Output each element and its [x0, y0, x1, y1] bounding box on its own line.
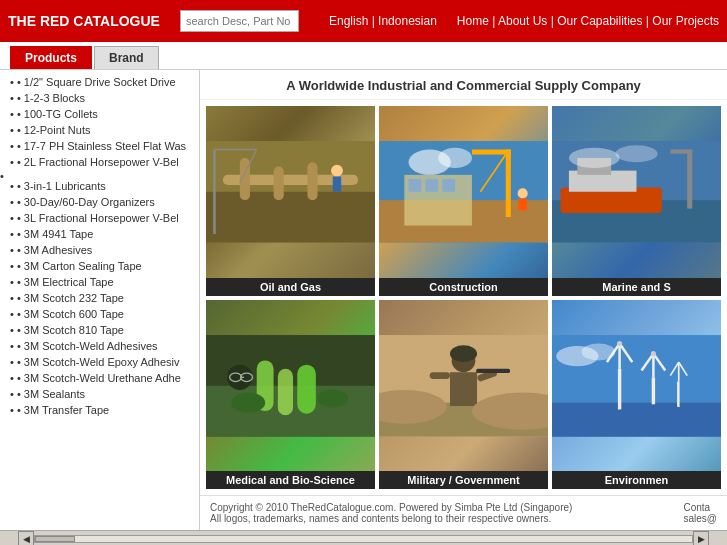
category-caption-5: Environmen [552, 471, 721, 489]
nav-capabilities[interactable]: Our Capabilities [557, 14, 642, 28]
svg-rect-48 [450, 372, 477, 406]
svg-point-38 [231, 392, 265, 412]
category-item-3[interactable]: Medical and Bio-Science [206, 300, 375, 490]
sidebar-item[interactable]: • 2L Fractional Horsepower V-Bel [0, 154, 199, 170]
sidebar-item[interactable]: • 1-2-3 Blocks [0, 90, 199, 106]
sidebar-item[interactable]: • 3M Scotch-Weld Urethane Adhe [0, 370, 199, 386]
sidebar-item[interactable]: • 3M Scotch 232 Tape [0, 290, 199, 306]
category-item-2[interactable]: Marine and S [552, 106, 721, 296]
content-area: A Worldwide Industrial and Commercial Su… [200, 70, 727, 530]
image-grid: Oil and Gas Construction [200, 100, 727, 495]
tab-bar: Products Brand [0, 42, 727, 70]
site-logo: THE RED CATALOGUE [8, 13, 160, 29]
svg-rect-37 [297, 364, 316, 413]
category-image-2 [552, 106, 721, 278]
nav-home[interactable]: Home [457, 14, 489, 28]
svg-point-71 [582, 343, 616, 360]
svg-point-65 [651, 351, 656, 356]
sidebar-item[interactable]: • 3L Fractional Horsepower V-Bel [0, 210, 199, 226]
svg-rect-7 [333, 177, 341, 192]
svg-point-22 [518, 188, 528, 198]
sidebar-list: • 1/2" Square Drive Socket Drive• 1-2-3 … [0, 74, 199, 418]
tab-products[interactable]: Products [10, 46, 92, 69]
svg-rect-5 [307, 162, 317, 200]
svg-rect-49 [430, 372, 450, 379]
search-input[interactable] [180, 10, 299, 32]
svg-rect-18 [425, 179, 438, 192]
contact-right: Conta sales@ [684, 502, 718, 524]
category-item-5[interactable]: Environmen [552, 300, 721, 490]
category-caption-4: Military / Government [379, 471, 548, 489]
svg-rect-19 [442, 179, 455, 192]
sidebar-item[interactable] [0, 170, 199, 178]
svg-rect-23 [518, 199, 526, 211]
tab-brand[interactable]: Brand [94, 46, 159, 69]
svg-rect-36 [278, 368, 293, 414]
svg-point-47 [450, 345, 477, 362]
search-box [180, 10, 299, 32]
sidebar-item[interactable]: • 12-Point Nuts [0, 122, 199, 138]
top-bar: THE RED CATALOGUE English | Indonesian H… [0, 0, 727, 42]
sidebar[interactable]: • 1/2" Square Drive Socket Drive• 1-2-3 … [0, 70, 200, 530]
sidebar-item[interactable]: • 30-Day/60-Day Organizers [0, 194, 199, 210]
category-image-0 [206, 106, 375, 278]
svg-point-6 [331, 165, 343, 177]
content-footer: Copyright © 2010 TheRedCatalogue.com. Po… [200, 495, 727, 530]
sidebar-item[interactable]: • 3M Scotch-Weld Adhesives [0, 338, 199, 354]
sidebar-item[interactable]: • 3M Adhesives [0, 242, 199, 258]
main-area: • 1/2" Square Drive Socket Drive• 1-2-3 … [0, 70, 727, 530]
category-image-3 [206, 300, 375, 472]
category-item-4[interactable]: Military / Government [379, 300, 548, 490]
nav-about-us[interactable]: About Us [498, 14, 547, 28]
nav-links: Home | About Us | Our Capabilities | Our… [457, 14, 719, 28]
svg-point-32 [615, 145, 657, 162]
svg-point-21 [438, 148, 472, 168]
scroll-right-arrow[interactable]: ▶ [693, 531, 709, 546]
language-switcher: English | Indonesian [329, 14, 437, 28]
category-caption-0: Oil and Gas [206, 278, 375, 296]
scrollbar-thumb[interactable] [35, 536, 75, 542]
svg-rect-17 [409, 179, 422, 192]
sidebar-item[interactable]: • 17-7 PH Stainless Steel Flat Was [0, 138, 199, 154]
svg-point-31 [569, 148, 620, 168]
svg-rect-14 [472, 150, 511, 155]
copyright-text: Copyright © 2010 TheRedCatalogue.com. Po… [210, 502, 572, 524]
svg-rect-13 [506, 150, 511, 218]
sidebar-item[interactable]: • 3M Sealants [0, 386, 199, 402]
svg-rect-29 [687, 150, 692, 209]
category-image-1 [379, 106, 548, 278]
sidebar-item[interactable]: • 100-TG Collets [0, 106, 199, 122]
svg-rect-4 [274, 166, 284, 200]
sidebar-item[interactable]: • 3-in-1 Lubricants [0, 178, 199, 194]
category-item-0[interactable]: Oil and Gas [206, 106, 375, 296]
svg-point-40 [227, 364, 252, 389]
category-caption-1: Construction [379, 278, 548, 296]
horizontal-scrollbar[interactable]: ◀ ▶ [0, 530, 727, 545]
category-item-1[interactable]: Construction [379, 106, 548, 296]
svg-rect-51 [476, 368, 510, 372]
nav-projects[interactable]: Our Projects [652, 14, 719, 28]
svg-rect-30 [670, 150, 692, 154]
svg-rect-1 [206, 192, 375, 243]
category-image-5 [552, 300, 721, 472]
category-caption-3: Medical and Bio-Science [206, 471, 375, 489]
category-caption-2: Marine and S [552, 278, 721, 296]
sidebar-item[interactable]: • 3M Scotch 600 Tape [0, 306, 199, 322]
svg-point-39 [318, 389, 348, 408]
lang-indonesian-link[interactable]: Indonesian [378, 14, 437, 28]
category-image-4 [379, 300, 548, 472]
sidebar-item[interactable]: • 3M Carton Sealing Tape [0, 258, 199, 274]
sidebar-item[interactable]: • 1/2" Square Drive Socket Drive [0, 74, 199, 90]
sidebar-item[interactable]: • 3M Scotch-Weld Epoxy Adhesiv [0, 354, 199, 370]
sidebar-item[interactable]: • 3M Electrical Tape [0, 274, 199, 290]
scrollbar-track[interactable] [34, 535, 693, 543]
scroll-left-arrow[interactable]: ◀ [18, 531, 34, 546]
sidebar-item[interactable]: • 3M Scotch 810 Tape [0, 322, 199, 338]
sidebar-item[interactable]: • 3M 4941 Tape [0, 226, 199, 242]
svg-point-60 [617, 340, 622, 345]
lang-english-link[interactable]: English [329, 14, 368, 28]
sidebar-item[interactable]: • 3M Transfer Tape [0, 402, 199, 418]
headline: A Worldwide Industrial and Commercial Su… [200, 70, 727, 100]
